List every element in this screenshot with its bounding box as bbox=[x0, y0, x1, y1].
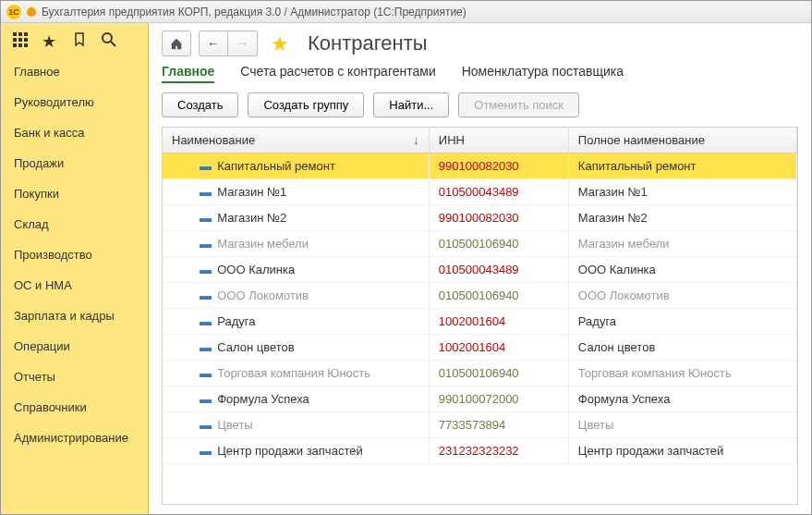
cell-name: ▬ Центр продажи запчастей bbox=[163, 438, 429, 464]
sidebar-item-7[interactable]: ОС и НМА bbox=[1, 270, 148, 300]
cell-name: ▬ Цветы bbox=[163, 412, 429, 438]
forward-button[interactable]: → bbox=[228, 31, 258, 56]
tab-1[interactable]: Счета расчетов с контрагентами bbox=[240, 64, 435, 83]
history-icon[interactable] bbox=[71, 31, 88, 48]
sidebar-item-6[interactable]: Производство bbox=[1, 239, 148, 270]
titlebar-text: Бухгалтерия предприятия КОРП, редакция 3… bbox=[42, 6, 467, 18]
sidebar-item-11[interactable]: Справочники bbox=[1, 392, 148, 423]
titlebar: 1C Бухгалтерия предприятия КОРП, редакци… bbox=[1, 1, 811, 23]
svg-rect-6 bbox=[13, 43, 17, 47]
table-row[interactable]: ▬ Магазин №2990100082030Магазин №2 bbox=[163, 205, 797, 231]
cell-inn: 010500106940 bbox=[429, 283, 568, 309]
svg-rect-0 bbox=[13, 32, 17, 36]
col-inn[interactable]: ИНН bbox=[429, 128, 568, 153]
cell-name: ▬ Радуга bbox=[163, 309, 429, 335]
cell-inn: 7733573894 bbox=[429, 412, 568, 438]
table-row[interactable]: ▬ ООО Калинка010500043489ООО Калинка bbox=[163, 257, 797, 283]
sidebar-item-4[interactable]: Покупки bbox=[1, 178, 148, 209]
cell-name: ▬ Магазин мебели bbox=[163, 231, 429, 257]
svg-rect-4 bbox=[18, 38, 22, 42]
table-row[interactable]: ▬ Цветы7733573894Цветы bbox=[163, 412, 797, 438]
svg-rect-8 bbox=[24, 43, 28, 47]
item-icon: ▬ bbox=[200, 288, 211, 302]
svg-rect-2 bbox=[24, 32, 28, 36]
tab-0[interactable]: Главное bbox=[162, 64, 214, 83]
item-icon: ▬ bbox=[200, 314, 211, 328]
sidebar-item-12[interactable]: Администрирование bbox=[1, 423, 148, 453]
sidebar-item-0[interactable]: Главное bbox=[1, 56, 148, 87]
create-button[interactable]: Создать bbox=[162, 92, 238, 117]
cell-full: Магазин №2 bbox=[568, 205, 796, 231]
sidebar-top: ★ bbox=[1, 23, 148, 56]
sort-indicator-icon: ↓ bbox=[413, 133, 419, 147]
main: ← → ★ Контрагенты ГлавноеСчета расчетов … bbox=[149, 23, 811, 514]
svg-rect-1 bbox=[18, 32, 22, 36]
home-button[interactable] bbox=[162, 31, 191, 56]
table-row[interactable]: ▬ Салон цветов1002001604Салон цветов bbox=[163, 335, 797, 361]
table-row[interactable]: ▬ Торговая компания Юность010500106940То… bbox=[163, 361, 797, 386]
cell-full: Радуга bbox=[568, 309, 796, 335]
apps-icon[interactable] bbox=[12, 31, 29, 48]
indicator-icon bbox=[27, 7, 36, 17]
cell-full: Капитальный ремонт bbox=[568, 153, 796, 179]
cell-name: ▬ Магазин №2 bbox=[163, 205, 429, 231]
favorite-icon[interactable]: ★ bbox=[271, 32, 293, 55]
table-row[interactable]: ▬ ООО Локомотив010500106940ООО Локомотив bbox=[163, 283, 797, 309]
col-full[interactable]: Полное наименование bbox=[568, 128, 796, 153]
table-row[interactable]: ▬ Магазин №1010500043489Магазин №1 bbox=[163, 179, 797, 205]
cell-full: ООО Локомотив bbox=[568, 283, 796, 309]
sidebar-item-10[interactable]: Отчеты bbox=[1, 362, 148, 392]
action-bar: Создать Создать группу Найти... Отменить… bbox=[149, 92, 811, 127]
cell-full: ООО Калинка bbox=[568, 257, 796, 283]
sidebar-item-9[interactable]: Операции bbox=[1, 331, 148, 362]
tab-2[interactable]: Номенклатура поставщика bbox=[462, 64, 624, 83]
item-icon: ▬ bbox=[200, 366, 211, 380]
item-icon: ▬ bbox=[200, 263, 211, 276]
table-row[interactable]: ▬ Капитальный ремонт990100082030Капиталь… bbox=[163, 153, 797, 179]
sidebar-item-8[interactable]: Зарплата и кадры bbox=[1, 300, 148, 331]
contractors-table: Наименование↓ ИНН Полное наименование ▬ … bbox=[163, 128, 797, 464]
cell-name: ▬ ООО Калинка bbox=[163, 257, 429, 283]
svg-rect-3 bbox=[13, 38, 17, 42]
search-icon[interactable] bbox=[101, 31, 117, 48]
create-group-button[interactable]: Создать группу bbox=[248, 92, 364, 117]
sidebar-item-5[interactable]: Склад bbox=[1, 209, 148, 239]
item-icon: ▬ bbox=[200, 392, 211, 406]
cell-inn: 990100082030 bbox=[429, 153, 568, 179]
cell-inn: 010500106940 bbox=[429, 361, 568, 386]
svg-rect-5 bbox=[24, 38, 28, 42]
item-icon: ▬ bbox=[200, 211, 211, 225]
tabs: ГлавноеСчета расчетов с контрагентамиНом… bbox=[149, 64, 811, 92]
table-wrap[interactable]: Наименование↓ ИНН Полное наименование ▬ … bbox=[162, 127, 798, 505]
cell-name: ▬ ООО Локомотив bbox=[163, 283, 429, 309]
sidebar-item-2[interactable]: Банк и касса bbox=[1, 117, 148, 148]
table-row[interactable]: ▬ Формула Успеха990100072000Формула Успе… bbox=[163, 386, 797, 412]
cell-inn: 010500043489 bbox=[429, 257, 568, 283]
back-button[interactable]: ← bbox=[199, 31, 228, 56]
cell-inn: 231232323232 bbox=[429, 438, 568, 464]
cancel-search-button: Отменить поиск bbox=[458, 92, 579, 117]
app-window: 1C Бухгалтерия предприятия КОРП, редакци… bbox=[0, 0, 812, 515]
cell-name: ▬ Капитальный ремонт bbox=[163, 153, 429, 179]
sidebar-item-3[interactable]: Продажи bbox=[1, 148, 148, 178]
table-row[interactable]: ▬ Центр продажи запчастей231232323232Цен… bbox=[163, 438, 797, 464]
cell-full: Магазин №1 bbox=[568, 179, 796, 205]
table-row[interactable]: ▬ Радуга1002001604Радуга bbox=[163, 309, 797, 335]
toolbar-nav: ← → ★ Контрагенты bbox=[149, 23, 811, 64]
cell-full: Магазин мебели bbox=[568, 231, 796, 257]
item-icon: ▬ bbox=[200, 159, 211, 173]
item-icon: ▬ bbox=[200, 418, 211, 432]
cell-inn: 010500106940 bbox=[429, 231, 568, 257]
cell-full: Салон цветов bbox=[568, 335, 796, 361]
star-icon[interactable]: ★ bbox=[42, 31, 58, 48]
cell-inn: 1002001604 bbox=[429, 309, 568, 335]
svg-line-10 bbox=[111, 42, 115, 46]
cell-full: Центр продажи запчастей bbox=[568, 438, 796, 464]
col-name[interactable]: Наименование↓ bbox=[163, 128, 429, 153]
cell-inn: 010500043489 bbox=[429, 179, 568, 205]
cell-full: Цветы bbox=[568, 412, 796, 438]
sidebar-item-1[interactable]: Руководителю bbox=[1, 87, 148, 117]
item-icon: ▬ bbox=[200, 185, 211, 199]
table-row[interactable]: ▬ Магазин мебели010500106940Магазин мебе… bbox=[163, 231, 797, 257]
find-button[interactable]: Найти... bbox=[373, 92, 449, 117]
